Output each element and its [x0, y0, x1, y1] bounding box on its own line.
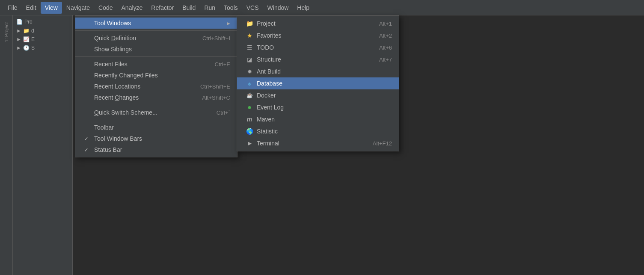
submenu-arrow: ▶ — [227, 21, 230, 26]
project-shortcut: Alt+1 — [379, 21, 392, 27]
maven-label: Maven — [257, 116, 275, 123]
status-bar-label: Status Bar — [94, 146, 122, 153]
left-sidebar: 1: Project — [0, 15, 13, 275]
menu-item-statistic[interactable]: 🌎 Statistic — [237, 125, 399, 137]
separator-3 — [75, 105, 237, 105]
structure-shortcut: Alt+7 — [379, 56, 392, 63]
eventlog-icon: ● — [246, 103, 253, 111]
view-menu-dropdown: Tool Windows ▶ Quick Definition Ctrl+Shi… — [75, 15, 237, 157]
menubar-window[interactable]: Window — [263, 2, 293, 14]
menu-item-recently-changed[interactable]: Recently Changed Files — [75, 70, 237, 81]
check-status-bar: ✓ — [84, 147, 91, 153]
statistic-label: Statistic — [257, 128, 278, 135]
structure-icon: ◪ — [246, 56, 253, 63]
terminal-icon: ▶ — [246, 139, 253, 147]
menubar-tools[interactable]: Tools — [220, 2, 242, 14]
quick-definition-label: Quick Definition — [94, 35, 136, 41]
recent-locations-shortcut: Ctrl+Shift+E — [200, 83, 230, 90]
list-icon: ☰ — [246, 44, 253, 51]
terminal-label: Terminal — [257, 140, 279, 147]
tool-windows-submenu: 📁 Project Alt+1 ★ Favorites Alt+2 ☰ TODO… — [237, 15, 399, 151]
menu-item-structure[interactable]: ◪ Structure Alt+7 — [237, 53, 399, 65]
project-tab[interactable]: 1: Project — [2, 19, 11, 45]
ant-build-label: Ant Build — [257, 68, 281, 75]
database-label: Database — [257, 80, 282, 87]
project-label: Project — [257, 20, 276, 27]
todo-shortcut: Alt+6 — [379, 44, 392, 51]
docker-label: Docker — [257, 92, 276, 99]
menu-item-todo[interactable]: ☰ TODO Alt+6 — [237, 41, 399, 53]
menu-item-show-siblings[interactable]: Show Siblings — [75, 44, 237, 55]
recent-changes-shortcut: Alt+Shift+C — [202, 95, 230, 101]
statistic-icon: 🌎 — [246, 127, 253, 135]
menu-item-project[interactable]: 📁 Project Alt+1 — [237, 18, 399, 30]
menu-item-quick-switch[interactable]: Quick Switch Scheme... Ctrl+` — [75, 107, 237, 118]
menu-item-event-log[interactable]: ● Event Log — [237, 101, 399, 113]
ant-icon: ✹ — [246, 68, 253, 75]
favorites-shortcut: Alt+2 — [379, 33, 392, 39]
project-header: 📄 Pro — [13, 17, 72, 27]
quick-switch-label: Quick Switch Scheme... — [94, 109, 157, 116]
menu-item-ant-build[interactable]: ✹ Ant Build — [237, 65, 399, 77]
clock-icon: 🕐 — [23, 45, 30, 51]
favorites-label: Favorites — [257, 32, 282, 39]
dropdown-container: Tool Windows ▶ Quick Definition Ctrl+Shi… — [75, 15, 237, 157]
tool-windows-label: Tool Windows — [94, 20, 131, 27]
check-tool-window-bars: ✓ — [84, 136, 91, 142]
menubar-navigate[interactable]: Navigate — [62, 2, 94, 14]
menubar-code[interactable]: Code — [94, 2, 117, 14]
menu-item-recent-changes[interactable]: Recent Changes Alt+Shift+C — [75, 92, 237, 103]
star-icon: ★ — [246, 32, 253, 39]
project-tree-item-d[interactable]: ► 📁 d — [13, 27, 72, 35]
project-panel: 📄 Pro ► 📁 d ► 📈 E ► 🕐 S — [13, 15, 73, 275]
menubar: File Edit View Navigate Code Analyze Ref… — [0, 0, 644, 15]
menu-item-tool-windows[interactable]: Tool Windows ▶ — [75, 18, 237, 29]
menu-item-database[interactable]: ♠ Database — [237, 77, 399, 89]
menu-item-maven[interactable]: m Maven — [237, 113, 399, 125]
arrow-icon: ► — [16, 28, 21, 34]
recently-changed-label: Recently Changed Files — [94, 72, 158, 79]
menubar-refactor[interactable]: Refactor — [147, 2, 178, 14]
recent-files-label: Recent Files — [94, 61, 128, 68]
folder-icon: 📁 — [246, 20, 253, 27]
quick-definition-shortcut: Ctrl+Shift+I — [202, 35, 230, 41]
item-label: S — [31, 45, 35, 51]
structure-label: Structure — [257, 56, 281, 63]
menubar-help[interactable]: Help — [293, 2, 314, 14]
menu-item-docker[interactable]: ☕ Docker — [237, 89, 399, 101]
menubar-view[interactable]: View — [41, 2, 62, 14]
menu-item-tool-window-bars[interactable]: ✓ Tool Window Bars — [75, 133, 237, 144]
menubar-build[interactable]: Build — [178, 2, 200, 14]
project-tree-item-e[interactable]: ► 📈 E — [13, 35, 72, 44]
tool-window-bars-label: Tool Window Bars — [94, 135, 142, 142]
event-log-label: Event Log — [257, 104, 284, 111]
menubar-vcs[interactable]: VCS — [242, 2, 263, 14]
recent-locations-label: Recent Locations — [94, 83, 140, 90]
menu-item-recent-locations[interactable]: Recent Locations Ctrl+Shift+E — [75, 81, 237, 92]
menu-item-favorites[interactable]: ★ Favorites Alt+2 — [237, 30, 399, 41]
menubar-analyze[interactable]: Analyze — [117, 2, 147, 14]
maven-icon: m — [246, 115, 253, 123]
menu-item-terminal[interactable]: ▶ Terminal Alt+F12 — [237, 137, 399, 149]
menu-item-quick-definition[interactable]: Quick Definition Ctrl+Shift+I — [75, 33, 237, 44]
item-label: E — [31, 36, 35, 42]
separator-2 — [75, 56, 237, 57]
project-tree-item-s[interactable]: ► 🕐 S — [13, 44, 72, 52]
todo-label: TODO — [257, 44, 274, 51]
menu-item-recent-files[interactable]: Recent Files Ctrl+E — [75, 59, 237, 70]
show-siblings-label: Show Siblings — [94, 46, 132, 53]
menu-item-toolbar[interactable]: Toolbar — [75, 122, 237, 133]
toolbar-label: Toolbar — [94, 124, 114, 131]
database-icon: ♠ — [246, 80, 253, 87]
terminal-shortcut: Alt+F12 — [373, 140, 392, 147]
arrow-icon: ► — [16, 45, 21, 51]
quick-switch-shortcut: Ctrl+` — [217, 109, 230, 116]
menubar-edit[interactable]: Edit — [22, 2, 41, 14]
recent-files-shortcut: Ctrl+E — [215, 61, 230, 68]
chart-icon: 📈 — [23, 36, 30, 42]
menu-item-status-bar[interactable]: ✓ Status Bar — [75, 144, 237, 155]
recent-changes-label: Recent Changes — [94, 94, 139, 101]
menubar-file[interactable]: File — [3, 2, 22, 14]
project-label: Pro — [24, 19, 33, 25]
menubar-run[interactable]: Run — [200, 2, 220, 14]
